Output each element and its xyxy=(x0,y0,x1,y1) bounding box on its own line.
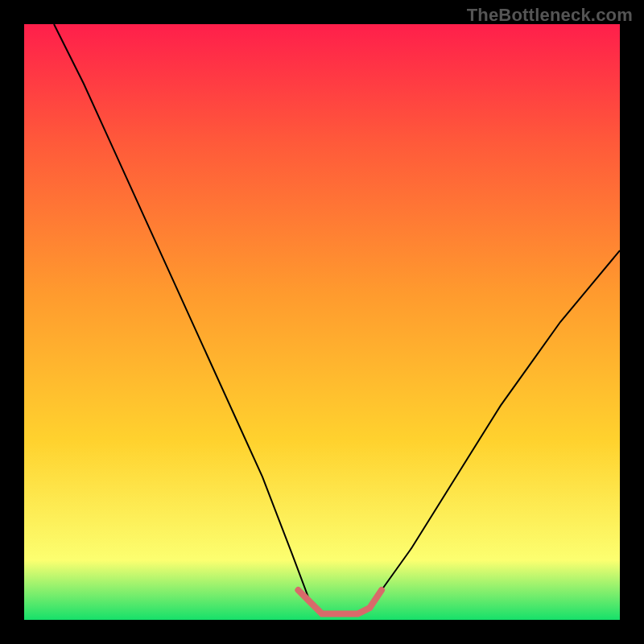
plot-area xyxy=(24,24,620,620)
watermark-label: TheBottleneck.com xyxy=(467,5,633,26)
bottleneck-chart xyxy=(0,0,644,644)
